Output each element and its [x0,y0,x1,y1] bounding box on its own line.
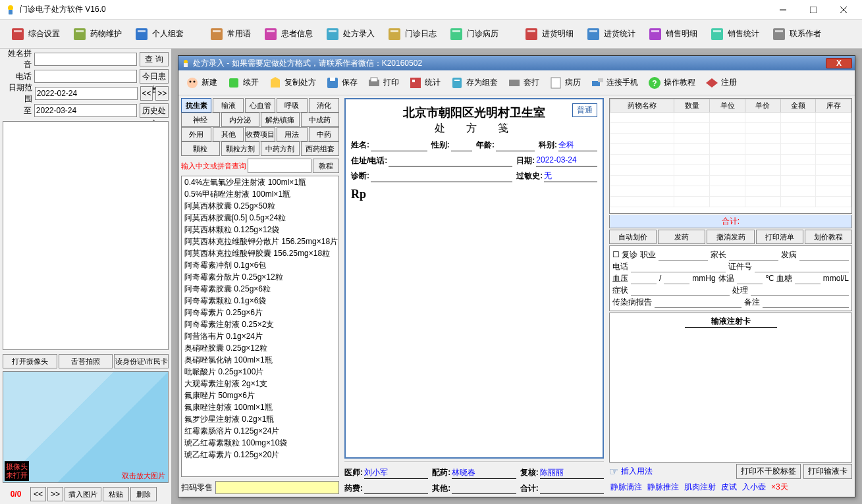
table-row[interactable] [610,186,851,197]
cat-输液[interactable]: 输液 [213,98,243,113]
toolbar-常用语[interactable]: 常用语 [204,23,256,45]
toolbar-门诊日志[interactable]: 门诊日志 [382,23,441,45]
cat-中药方剂[interactable]: 中药方剂 [261,141,300,156]
rx-dept[interactable]: 全科 [558,139,597,151]
mdi-保存[interactable]: 保存 [321,73,362,93]
drug-item[interactable]: 琥乙红霉素片 0.125g×20片 [182,449,338,461]
drug-item[interactable]: 阿莫西林胶囊[0.5] 0.5g×24粒 [182,212,338,224]
cat-中成药[interactable]: 中成药 [301,113,340,127]
toolbar-进货明细[interactable]: 进货明细 [519,23,578,45]
cam-tongue-button[interactable]: 舌苔拍照 [59,354,113,368]
print-injcard-button[interactable]: 打印输液卡 [803,464,852,479]
info-parent[interactable] [729,249,778,261]
info-onset[interactable] [799,249,849,261]
toolbar-销售统计[interactable]: 销售统计 [705,23,764,45]
cat-内分泌[interactable]: 内分泌 [221,113,260,127]
toolbar-处方录入[interactable]: 处方录入 [320,23,379,45]
method-皮试[interactable]: 皮试 [721,482,737,493]
drug-item[interactable]: 阿奇霉素冲剂 0.1g×6包 [182,259,338,271]
info-tel[interactable] [631,261,726,272]
range-next[interactable]: >> [155,86,169,101]
table-row[interactable] [610,134,851,144]
drug-item[interactable]: 大观霉素注射液 2g×1支 [182,378,338,390]
toolbar-销售明细[interactable]: 销售明细 [643,23,702,45]
cat-颗粒[interactable]: 颗粒 [181,141,220,156]
method-入小壶[interactable]: 入小壶 [742,482,766,493]
rx-name[interactable] [371,139,427,151]
drug-item[interactable]: 0.5%甲硝唑注射液 100ml×1瓶 [182,188,338,200]
patient-list[interactable] [3,121,169,350]
mdi-统计[interactable]: 统计 [404,73,444,93]
action-自动划价[interactable]: 自动划价 [609,230,657,244]
drug-grid[interactable]: 药物名称数量单位单价金额库存 [609,98,852,214]
info-job[interactable] [659,249,708,261]
toolbar-综合设置[interactable]: 综合设置 [5,23,65,45]
table-row[interactable] [610,155,851,165]
table-row[interactable] [610,197,851,207]
toolbar-门诊病历[interactable]: 门诊病历 [444,23,503,45]
cat-外用[interactable]: 外用 [181,127,211,141]
drug-item[interactable]: 阿莫西林胶囊 0.25g×50粒 [182,200,338,212]
mdi-操作教程[interactable]: ?操作教程 [643,73,699,93]
from-input[interactable] [35,87,138,100]
info-symptom[interactable] [631,284,730,296]
rx-addr[interactable] [389,155,512,166]
search-button[interactable]: 查 询 [140,52,169,66]
maximize-button[interactable] [804,3,822,16]
img-insert[interactable]: 插入图片 [65,487,101,501]
mdi-续开[interactable]: 续开 [223,73,263,93]
drug-item[interactable]: 阿奇霉素注射液 0.25×2支 [182,318,338,330]
info-bp1[interactable] [631,272,657,284]
mdi-新建[interactable]: 新建 [181,73,221,93]
toolbar-个人组套[interactable]: 个人组套 [129,23,188,45]
cat-西药组套[interactable]: 西药组套 [301,141,340,156]
drug-item[interactable]: 红霉素肠溶片 0.125g×24片 [182,425,338,437]
rx-date[interactable]: 2022-03-24 [536,155,597,166]
cat-收费项目[interactable]: 收费项目 [245,127,275,141]
drug-item[interactable]: 奥硝唑氯化钠 100ml×1瓶 [182,354,338,366]
rx-sex[interactable] [451,139,472,151]
rx-diag[interactable] [371,170,512,182]
info-sugar[interactable] [795,272,821,284]
cat-抗生素[interactable]: 抗生素 [181,98,211,113]
table-row[interactable] [610,176,851,186]
drug-list[interactable]: 0.4%左氧氟沙星注射液 100ml×1瓶0.5%甲硝唑注射液 100ml×1瓶… [181,176,339,477]
tutorial-button[interactable]: 教程 [313,159,339,173]
table-row[interactable] [610,113,851,123]
cat-神经[interactable]: 神经 [181,113,220,127]
table-row[interactable] [610,144,851,155]
info-remark[interactable] [763,296,849,308]
cat-用法[interactable]: 用法 [277,127,307,141]
phone-input[interactable] [34,70,137,83]
minimize-button[interactable] [774,3,792,16]
cat-其他[interactable]: 其他 [213,127,243,141]
action-打印清单[interactable]: 打印清单 [756,230,803,244]
revisit-check[interactable]: ☐ 复诊 [612,249,637,261]
mdi-复制处方[interactable]: 复制处方 [264,73,320,93]
drug-item[interactable]: 氟康唑片 50mg×6片 [182,390,338,401]
insert-usage-button[interactable]: 插入用法 [621,466,653,477]
action-发药[interactable]: 发药 [658,230,705,244]
history-button[interactable]: 历史处方 [140,103,169,118]
rx-age[interactable] [496,139,535,151]
drug-item[interactable]: 0.4%左氧氟沙星注射液 100ml×1瓶 [182,176,338,188]
to-input[interactable] [34,104,137,117]
drug-item[interactable]: 阿奇霉素片 0.25g×6片 [182,307,338,318]
info-bp2[interactable] [664,272,689,284]
method-静脉滴注[interactable]: 静脉滴注 [610,482,642,493]
cat-颗粒方剂[interactable]: 颗粒方剂 [221,141,260,156]
range-prev[interactable]: << [140,86,153,101]
cam-id-button[interactable]: 读身份证\市民卡 [114,354,169,368]
cat-心血管[interactable]: 心血管 [245,98,275,113]
name-input[interactable] [34,53,137,66]
drug-item[interactable]: 阿昔洛韦片 0.1g×24片 [182,330,338,342]
today-button[interactable]: 今日患者 [140,69,169,84]
toolbar-患者信息[interactable]: 患者信息 [258,23,317,45]
mdi-连接手机[interactable]: 连接手机 [586,73,642,93]
cat-呼吸[interactable]: 呼吸 [277,98,307,113]
info-idno[interactable] [755,261,849,272]
drug-item[interactable]: 氟罗沙星注射液 0.2g×1瓶 [182,413,338,425]
toolbar-进货统计[interactable]: 进货统计 [581,23,640,45]
img-delete[interactable]: 删除 [130,487,157,501]
table-row[interactable] [610,123,851,134]
